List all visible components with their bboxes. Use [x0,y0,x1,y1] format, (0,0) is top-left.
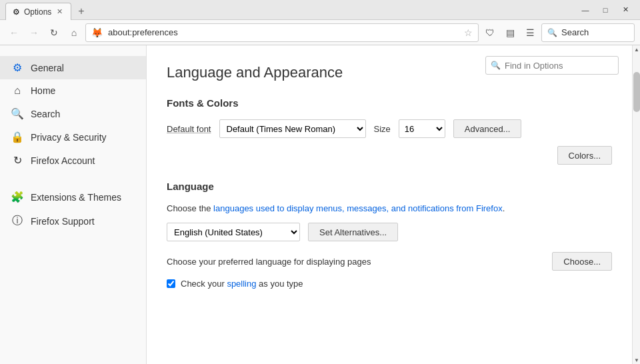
sidebar-label-firefox-account: Firefox Account [31,155,95,166]
content-area: 🔍 Language and Appearance Fonts & Colors… [147,45,632,364]
fonts-colors-row: Default font Default (Times New Roman) S… [167,119,612,138]
language-desc-end: . [503,203,505,213]
sidebar-label-general: General [31,63,64,73]
sidebar-item-general[interactable]: ⚙ General [0,56,146,79]
sidebar-label-extensions: Extensions & Themes [31,192,121,203]
sidebar-item-firefox-account[interactable]: ↻ Firefox Account [0,149,146,172]
size-select[interactable]: 16 [399,119,445,138]
search-text: Search [561,27,589,37]
tab-title: Options [24,7,51,17]
search-icon: 🔍 [547,28,557,37]
forward-button[interactable]: → [25,24,43,41]
main-layout: ⚙ General ⌂ Home 🔍 Search 🔒 Privacy & Se… [0,45,640,364]
sidebar: ⚙ General ⌂ Home 🔍 Search 🔒 Privacy & Se… [0,45,147,364]
address-bar[interactable]: 🦊 about:preferences ☆ [85,23,479,42]
search-icon: 🔍 [11,107,24,120]
close-button[interactable]: ✕ [616,3,635,17]
size-label: Size [374,124,391,134]
default-font-label: Default font [167,124,211,134]
window-controls: — □ ✕ [576,3,635,17]
address-text: about:preferences [108,27,459,37]
home-button[interactable]: ⌂ [65,24,83,41]
language-description: Choose the languages used to display men… [167,203,612,215]
reload-button[interactable]: ↻ [45,24,63,41]
scrollbar-down-arrow[interactable]: ▼ [633,356,640,364]
lock-icon: 🔒 [11,131,24,143]
colors-row: Colors... [167,146,612,165]
star-icon: ☆ [464,27,473,38]
advanced-button[interactable]: Advanced... [453,119,522,138]
sidebar-label-home: Home [31,85,55,96]
language-section: Language Choose the languages used to di… [167,181,612,289]
sidebar-item-privacy[interactable]: 🔒 Privacy & Security [0,125,146,149]
new-tab-button[interactable]: + [74,3,88,19]
spell-check-row: Check your spelling as you type [167,279,612,289]
scrollbar-thumb[interactable] [633,72,640,112]
default-font-select[interactable]: Default (Times New Roman) [219,119,366,138]
menu-button[interactable]: ☰ [521,24,539,41]
tab-area: ⚙ Options ✕ + [5,0,89,19]
minimize-button[interactable]: — [576,3,595,17]
sidebar-toggle-btn[interactable]: ▤ [501,24,519,41]
back-button[interactable]: ← [5,24,23,41]
sync-icon: ↻ [11,154,24,167]
sidebar-divider [0,172,146,185]
tab-icon: ⚙ [13,7,20,17]
home-icon: ⌂ [11,85,24,97]
firefox-icon: 🦊 [91,27,103,38]
sidebar-item-search[interactable]: 🔍 Search [0,102,146,125]
find-input-wrapper: 🔍 [485,56,619,75]
find-in-options: 🔍 [485,56,619,75]
search-bar[interactable]: 🔍 Search [541,23,635,42]
language-desc-start: Choose the [167,203,213,213]
scrollbar-track[interactable]: ▲ ▼ [632,45,640,364]
find-in-options-input[interactable] [485,56,619,75]
preferred-lang-row: Choose your preferred language for displ… [167,252,612,271]
nav-bar: ← → ↻ ⌂ 🦊 about:preferences ☆ 🛡 ▤ ☰ 🔍 Se… [0,20,640,45]
extra-icons: 🛡 ▤ ☰ [481,24,539,41]
set-alternatives-button[interactable]: Set Alternatives... [308,223,398,241]
language-row: English (United States) Set Alternatives… [167,223,612,241]
choose-button[interactable]: Choose... [552,252,612,271]
info-icon: ⓘ [11,214,24,228]
spell-check-checkbox[interactable] [167,279,175,288]
puzzle-icon: 🧩 [11,191,24,203]
sidebar-label-privacy: Privacy & Security [31,132,107,143]
spell-check-text: Check your spelling as you type [181,279,303,289]
scrollbar-up-arrow[interactable]: ▲ [633,45,640,53]
sidebar-label-support: Firefox Support [31,216,95,227]
options-tab[interactable]: ⚙ Options ✕ [5,3,71,20]
find-search-icon: 🔍 [491,61,501,70]
sidebar-item-home[interactable]: ⌂ Home [0,79,146,102]
general-icon: ⚙ [11,61,24,74]
shield-icon-btn[interactable]: 🛡 [481,24,499,41]
language-select[interactable]: English (United States) [167,223,300,241]
title-bar: ⚙ Options ✕ + — □ ✕ [0,0,640,20]
tab-close-button[interactable]: ✕ [55,7,64,16]
sidebar-label-search: Search [31,109,60,119]
colors-button[interactable]: Colors... [557,146,612,165]
language-heading: Language [167,181,612,192]
maximize-button[interactable]: □ [596,3,615,17]
sidebar-item-extensions[interactable]: 🧩 Extensions & Themes [0,185,146,209]
language-desc-link[interactable]: languages used to display menus, message… [213,203,503,213]
spelling-link[interactable]: spelling [227,279,256,289]
fonts-colors-heading: Fonts & Colors [167,97,612,109]
sidebar-item-support[interactable]: ⓘ Firefox Support [0,209,146,233]
preferred-lang-text: Choose your preferred language for displ… [167,257,552,267]
